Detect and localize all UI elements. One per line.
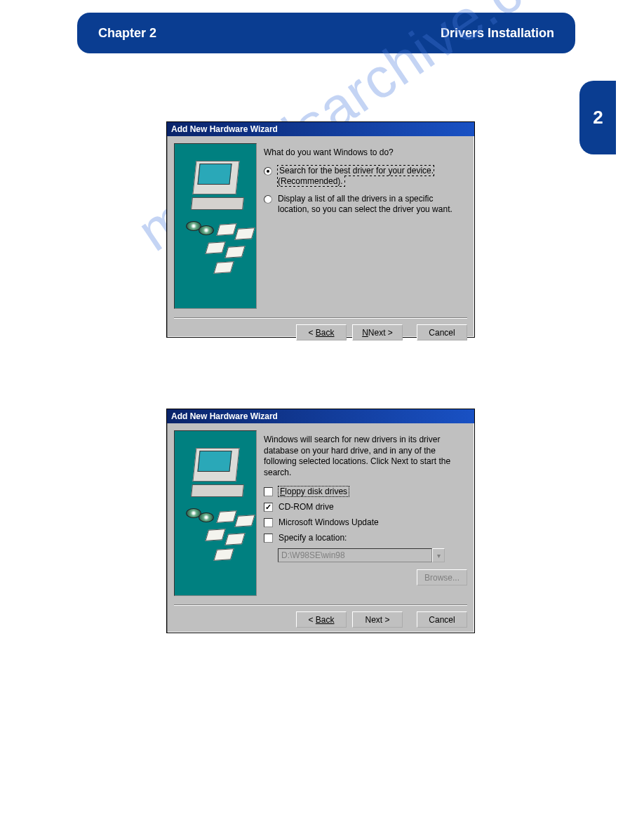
checkbox-icon xyxy=(264,518,273,527)
radio-icon xyxy=(264,195,272,204)
cancel-button[interactable]: Cancel xyxy=(417,324,467,340)
update-label: Microsoft Windows Update xyxy=(279,517,379,527)
checkbox-icon xyxy=(264,503,273,512)
checkbox-icon xyxy=(264,487,273,496)
next-button[interactable]: Next > xyxy=(352,611,403,628)
separator xyxy=(174,317,467,319)
cancel-button[interactable]: Cancel xyxy=(417,611,467,628)
opt1-line2: (Recommended). xyxy=(278,176,343,186)
opt1-line1: Search for the best driver for your devi… xyxy=(279,166,434,176)
location-input[interactable]: D:\W98SE\win98 xyxy=(278,548,432,562)
header-chapter: Chapter 2 xyxy=(98,26,156,41)
header-title: Drivers Installation xyxy=(441,26,554,41)
checkbox-cdrom[interactable]: CD-ROM drive xyxy=(264,502,467,512)
cdrom-label: CD-ROM drive xyxy=(279,502,334,512)
back-button[interactable]: < Back xyxy=(296,324,347,340)
dialog1-prompt: What do you want Windows to do? xyxy=(264,147,467,157)
dialog1-titlebar: Add New Hardware Wizard xyxy=(167,122,474,136)
radio-icon xyxy=(264,167,272,176)
checkbox-floppy[interactable]: FFloppy disk drivesloppy disk drives xyxy=(264,486,467,496)
dialog2-titlebar: Add New Hardware Wizard xyxy=(167,409,474,423)
dialog2-prompt: Windows will search for new drivers in i… xyxy=(264,435,467,478)
specify-label: Specify a location: xyxy=(279,533,347,543)
checkbox-windows-update[interactable]: Microsoft Windows Update xyxy=(264,517,467,527)
wizard-side-graphic xyxy=(174,143,257,309)
wizard-dialog-2: Add New Hardware Wizard Windows will sea… xyxy=(166,409,475,633)
checkbox-specify-location[interactable]: Specify a location: xyxy=(264,533,467,543)
opt2-line1: Display a list of all the drivers in a s… xyxy=(278,194,433,204)
side-tab: 2 xyxy=(579,81,616,154)
opt2-line2: location, so you can select the driver y… xyxy=(278,204,452,214)
browse-button[interactable]: Browse... xyxy=(417,569,467,585)
side-tab-number: 2 xyxy=(593,107,602,128)
checkbox-icon xyxy=(264,534,273,543)
radio-option-list[interactable]: Display a list of all the drivers in a s… xyxy=(264,194,467,215)
page-header: Chapter 2 Drivers Installation xyxy=(77,13,575,53)
next-button[interactable]: NNext > xyxy=(352,324,403,340)
wizard-side-graphic xyxy=(174,430,257,596)
back-button[interactable]: < Back xyxy=(296,611,347,628)
wizard-dialog-1: Add New Hardware Wizard What do you want… xyxy=(166,121,475,338)
radio-option-recommended[interactable]: Search for the best driver for your devi… xyxy=(264,166,467,187)
dropdown-button[interactable]: ▾ xyxy=(432,548,445,562)
separator xyxy=(174,604,467,606)
